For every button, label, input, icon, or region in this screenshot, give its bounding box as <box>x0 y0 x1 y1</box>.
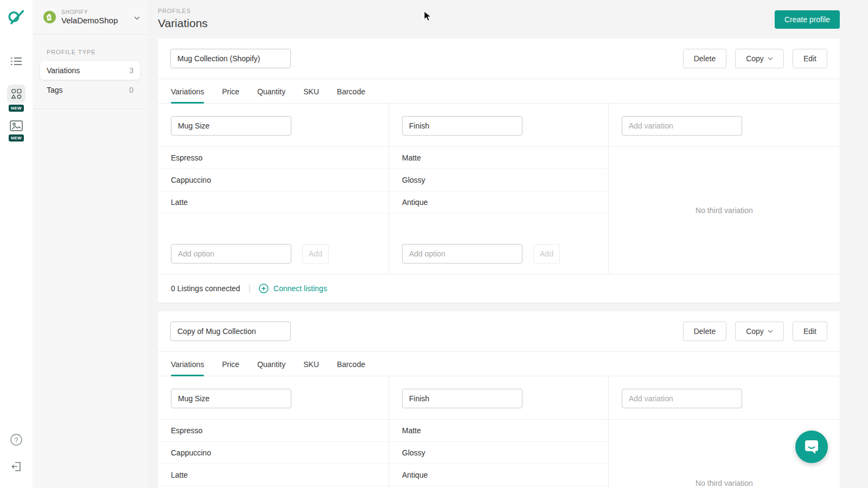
main-content: PROFILES Variations Create profile Delet… <box>148 0 868 488</box>
delete-button[interactable]: Delete <box>683 322 726 341</box>
chat-bubble-icon <box>803 439 820 455</box>
chevron-down-icon <box>134 13 140 22</box>
profile-tabs: Variations Price Quantity SKU Barcode <box>158 352 840 376</box>
image-icon <box>10 120 23 133</box>
copy-button[interactable]: Copy <box>735 322 784 341</box>
create-profile-button[interactable]: Create profile <box>775 10 840 29</box>
variation-column-2: Matte Glossy Antique Add <box>389 376 609 488</box>
add-option-input[interactable] <box>171 244 291 264</box>
profile-card: Delete Copy Edit Variations Price Quanti… <box>158 38 840 303</box>
sidebar: S SHOPIFY VelaDemoShop PROFILE TYPE Vari… <box>33 0 148 488</box>
edit-button[interactable]: Edit <box>793 49 827 68</box>
svg-text:?: ? <box>15 436 18 444</box>
option-row: Antique <box>389 191 608 214</box>
connect-listings-link[interactable]: Connect listings <box>259 284 327 293</box>
variation-name-input[interactable] <box>402 116 522 136</box>
variation-column-3: No third variation <box>609 104 840 274</box>
tab-barcode[interactable]: Barcode <box>337 352 365 376</box>
no-third-variation-text: No third variation <box>609 147 840 274</box>
profile-name-input[interactable] <box>170 49 291 68</box>
option-row: Glossy <box>389 442 608 464</box>
shapes-icon <box>7 85 25 103</box>
list-icon <box>10 57 22 67</box>
chevron-down-icon <box>768 330 773 333</box>
delete-button[interactable]: Delete <box>683 49 726 68</box>
option-row: Latte <box>158 191 388 214</box>
option-row: Glossy <box>389 169 608 191</box>
shop-name: VelaDemoShop <box>61 16 134 25</box>
profile-name-input[interactable] <box>170 322 291 341</box>
option-row: Cappuccino <box>158 169 388 191</box>
new-badge: NEW <box>9 134 24 142</box>
shop-platform-label: SHOPIFY <box>61 9 134 15</box>
sidebar-item-label: Variations <box>47 66 80 75</box>
new-badge: NEW <box>9 105 24 112</box>
sidebar-item-label: Tags <box>47 86 63 94</box>
plus-circle-icon <box>259 284 269 293</box>
svg-text:S: S <box>48 15 50 19</box>
tab-sku[interactable]: SKU <box>303 352 319 376</box>
edit-button[interactable]: Edit <box>793 322 827 341</box>
tab-sku[interactable]: SKU <box>303 79 319 103</box>
sidebar-item-tags[interactable]: Tags 0 <box>40 81 140 99</box>
listings-connected-count: 0 Listings connected <box>171 284 240 293</box>
chevron-down-icon <box>768 57 773 60</box>
tab-quantity[interactable]: Quantity <box>257 352 285 376</box>
option-row: Cappuccino <box>158 442 388 464</box>
tab-price[interactable]: Price <box>222 352 239 376</box>
variation-column-2: Matte Glossy Antique Add <box>389 104 609 274</box>
option-row: Latte <box>158 464 388 486</box>
tab-price[interactable]: Price <box>222 79 239 103</box>
option-row: Espresso <box>158 420 388 442</box>
add-variation-input[interactable] <box>622 116 742 136</box>
sidebar-item-listings[interactable] <box>10 57 22 67</box>
option-row: Espresso <box>158 147 388 169</box>
variation-name-input[interactable] <box>171 116 291 136</box>
copy-button[interactable]: Copy <box>735 49 784 68</box>
breadcrumb: PROFILES <box>158 8 840 14</box>
add-option-input[interactable] <box>402 244 522 264</box>
profile-type-label: PROFILE TYPE <box>47 49 148 55</box>
variation-name-input[interactable] <box>171 389 291 408</box>
tab-quantity[interactable]: Quantity <box>257 79 285 103</box>
profile-card: Delete Copy Edit Variations Price Quanti… <box>158 311 840 488</box>
add-option-button[interactable]: Add <box>533 244 560 264</box>
logout-icon[interactable] <box>10 460 22 474</box>
sidebar-item-count: 0 <box>129 86 133 94</box>
variation-column-1: Espresso Cappuccino Latte Add <box>158 376 389 488</box>
sidebar-item-media[interactable]: NEW <box>9 120 24 142</box>
tab-barcode[interactable]: Barcode <box>337 79 365 103</box>
sidebar-item-profiles[interactable]: NEW <box>7 85 25 112</box>
variation-column-1: Espresso Cappuccino Latte Add <box>158 104 389 274</box>
option-row: Matte <box>389 147 608 169</box>
footer-separator: | <box>248 283 251 294</box>
sidebar-item-count: 3 <box>129 66 133 75</box>
shop-selector[interactable]: S SHOPIFY VelaDemoShop <box>33 0 148 35</box>
variation-name-input[interactable] <box>402 389 522 408</box>
sidebar-item-variations[interactable]: Variations 3 <box>40 61 140 80</box>
help-icon[interactable]: ? <box>10 434 22 447</box>
icon-rail: NEW NEW ? <box>0 0 33 488</box>
option-row: Antique <box>389 464 608 486</box>
sidebar-divider <box>33 108 148 109</box>
tab-variations[interactable]: Variations <box>171 79 204 103</box>
option-row: Matte <box>389 420 608 442</box>
profile-tabs: Variations Price Quantity SKU Barcode <box>158 79 840 104</box>
add-variation-input[interactable] <box>622 389 742 408</box>
page-title: Variations <box>158 17 840 30</box>
chat-widget-button[interactable] <box>795 431 828 463</box>
shopify-icon: S <box>43 11 56 23</box>
add-option-button[interactable]: Add <box>302 244 329 264</box>
tab-variations[interactable]: Variations <box>171 352 204 376</box>
vela-logo[interactable] <box>7 9 26 28</box>
